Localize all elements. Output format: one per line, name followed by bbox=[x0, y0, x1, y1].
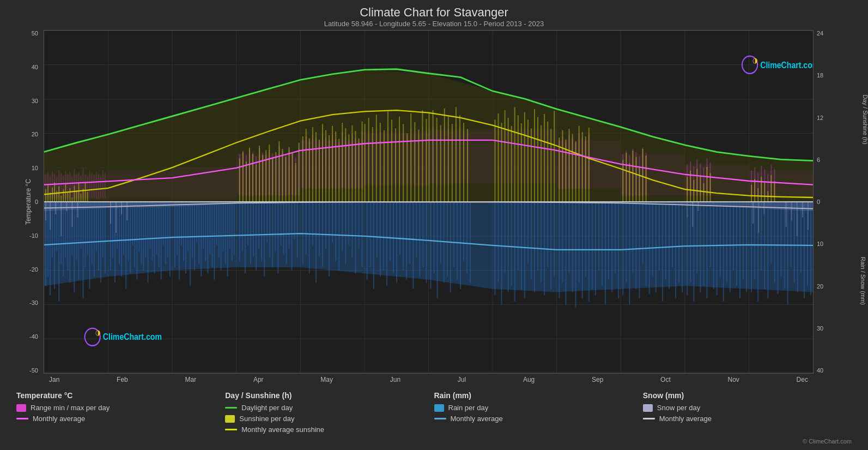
svg-rect-348 bbox=[575, 202, 576, 308]
svg-rect-346 bbox=[569, 202, 570, 273]
svg-rect-31 bbox=[54, 202, 55, 289]
svg-rect-493 bbox=[246, 161, 247, 202]
svg-rect-264 bbox=[275, 202, 276, 251]
svg-rect-403 bbox=[761, 202, 762, 271]
svg-rect-302 bbox=[399, 202, 400, 255]
svg-rect-501 bbox=[272, 158, 273, 202]
svg-rect-546 bbox=[550, 129, 551, 202]
svg-rect-514 bbox=[315, 132, 317, 202]
svg-rect-322 bbox=[466, 202, 468, 273]
svg-rect-118 bbox=[203, 202, 204, 249]
svg-rect-113 bbox=[192, 202, 193, 258]
svg-rect-97 bbox=[752, 202, 754, 224]
svg-rect-30 bbox=[52, 202, 53, 258]
svg-text:ClimeChart.com: ClimeChart.com bbox=[760, 60, 813, 70]
svg-text:◑: ◑ bbox=[752, 57, 757, 65]
y-tick-right-6: 6 bbox=[817, 157, 857, 163]
svg-rect-345 bbox=[565, 202, 566, 304]
svg-rect-388 bbox=[710, 202, 711, 267]
svg-rect-306 bbox=[412, 202, 414, 289]
svg-rect-242 bbox=[436, 118, 438, 202]
legend-label-rain-avg: Monthly average bbox=[451, 415, 503, 423]
svg-rect-247 bbox=[456, 107, 457, 202]
svg-rect-344 bbox=[562, 202, 563, 283]
svg-rect-318 bbox=[453, 202, 454, 267]
y-axis-left-label: Temperature °C bbox=[25, 179, 32, 225]
svg-rect-256 bbox=[253, 202, 254, 256]
svg-rect-564 bbox=[642, 149, 644, 202]
svg-rect-209 bbox=[58, 186, 59, 202]
svg-rect-330 bbox=[514, 202, 515, 302]
legend-item-sunshine-avg: Monthly average sunshine bbox=[225, 425, 434, 434]
svg-rect-518 bbox=[329, 135, 330, 202]
svg-rect-267 bbox=[283, 202, 284, 255]
svg-rect-53 bbox=[102, 202, 104, 258]
svg-rect-265 bbox=[277, 202, 278, 273]
svg-rect-123 bbox=[214, 202, 215, 280]
svg-rect-258 bbox=[258, 202, 259, 249]
svg-rect-395 bbox=[733, 202, 734, 271]
x-axis-row: Jan Feb Mar Apr May Jun Jul Aug Sep Oct … bbox=[44, 374, 814, 383]
legend-label-daylight: Daylight per day bbox=[241, 404, 293, 412]
svg-rect-296 bbox=[380, 202, 381, 277]
svg-rect-262 bbox=[269, 202, 270, 258]
svg-rect-82 bbox=[169, 202, 171, 277]
y-tick-left-30: 30 bbox=[32, 98, 38, 104]
svg-rect-577 bbox=[761, 177, 762, 202]
svg-rect-41 bbox=[76, 202, 77, 261]
x-label-nov: Nov bbox=[728, 376, 739, 383]
x-label-aug: Aug bbox=[523, 376, 535, 383]
legend-icon-snow-bar bbox=[643, 404, 653, 412]
svg-rect-274 bbox=[306, 202, 307, 255]
svg-rect-380 bbox=[682, 202, 683, 292]
svg-rect-316 bbox=[447, 202, 448, 277]
svg-rect-257 bbox=[256, 202, 257, 271]
svg-rect-255 bbox=[250, 202, 251, 264]
svg-rect-74 bbox=[152, 202, 153, 261]
svg-rect-526 bbox=[355, 131, 356, 202]
svg-rect-96 bbox=[697, 202, 699, 211]
svg-rect-383 bbox=[693, 202, 694, 302]
svg-rect-368 bbox=[642, 202, 644, 264]
svg-rect-252 bbox=[242, 202, 243, 251]
svg-rect-320 bbox=[460, 202, 461, 289]
svg-rect-54 bbox=[105, 202, 106, 273]
svg-rect-352 bbox=[588, 202, 590, 302]
legend-item-rain-avg: Monthly average bbox=[434, 415, 643, 423]
svg-rect-116 bbox=[198, 202, 199, 264]
legend-label-sunshine-bar: Sunshine per day bbox=[239, 415, 294, 423]
svg-rect-240 bbox=[429, 113, 430, 202]
x-label-may: May bbox=[320, 376, 333, 383]
svg-rect-210 bbox=[60, 196, 62, 202]
svg-rect-578 bbox=[764, 183, 765, 202]
svg-rect-574 bbox=[751, 185, 752, 202]
y-tick-left--10: -10 bbox=[29, 232, 38, 239]
svg-rect-42 bbox=[78, 202, 79, 280]
svg-rect-391 bbox=[720, 202, 721, 277]
svg-rect-390 bbox=[717, 202, 718, 295]
legend-col-sunshine-title: Day / Sunshine (h) bbox=[225, 391, 434, 400]
svg-rect-92 bbox=[121, 202, 122, 214]
svg-rect-511 bbox=[306, 129, 307, 202]
y-tick-right-0-mid: 0 bbox=[817, 199, 857, 205]
svg-rect-47 bbox=[89, 202, 90, 289]
svg-rect-128 bbox=[225, 202, 226, 264]
svg-rect-553 bbox=[575, 141, 576, 202]
y-tick-right-12: 12 bbox=[817, 115, 857, 121]
svg-rect-281 bbox=[329, 202, 330, 277]
svg-rect-581 bbox=[774, 181, 775, 202]
svg-rect-416 bbox=[804, 202, 805, 298]
svg-rect-215 bbox=[71, 197, 72, 202]
svg-rect-400 bbox=[751, 202, 752, 292]
legend-col-snow: Snow (mm) Snow per day Monthly average bbox=[643, 391, 852, 434]
y-tick-right-30: 30 bbox=[817, 325, 857, 332]
svg-rect-65 bbox=[132, 202, 133, 245]
svg-rect-35 bbox=[63, 202, 64, 277]
svg-rect-525 bbox=[351, 125, 353, 202]
x-label-sep: Sep bbox=[592, 376, 603, 383]
legend-label-sunshine-avg: Monthly average sunshine bbox=[241, 425, 324, 434]
svg-rect-317 bbox=[450, 202, 451, 292]
svg-rect-100 bbox=[786, 202, 787, 227]
svg-rect-367 bbox=[639, 202, 640, 298]
svg-rect-363 bbox=[626, 202, 627, 283]
